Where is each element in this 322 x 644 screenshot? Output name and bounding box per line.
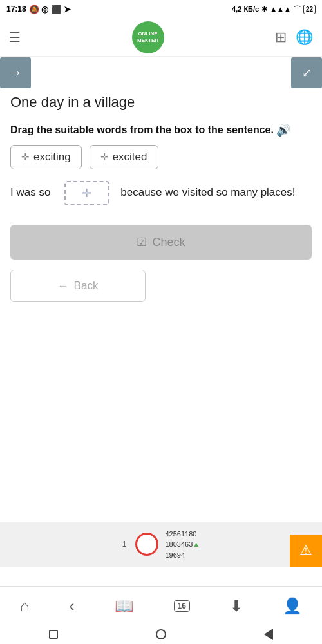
instruction-text: Drag the suitable words from the box to … (10, 122, 312, 138)
battery-level: 22 (303, 5, 316, 14)
check-label: Check (152, 236, 185, 249)
sentence-area: I was so ✛ because we visited so many pl… (10, 181, 312, 205)
nav-user[interactable]: 👤 (283, 597, 302, 615)
status-bar: 17:18 🔕 ◎ ⬛ ➤ 4,2 КБ/с ✱ ▲▲▲ ⌒ 22 (0, 0, 322, 18)
status-time: 17:18 🔕 ◎ ⬛ ➤ (6, 5, 71, 14)
back-label: Back (74, 279, 99, 292)
word-label-exciting: exciting (33, 151, 71, 164)
nav-book[interactable]: 📖 (115, 597, 134, 615)
word-label-excited: excited (113, 151, 147, 164)
page-badge: 16 (174, 600, 190, 612)
next-arrow-button[interactable]: → (0, 57, 31, 88)
warning-fab[interactable]: ⚠ (290, 535, 322, 567)
network-speed: 4,2 КБ/с (232, 5, 259, 13)
drag-icon-exciting: ✛ (21, 151, 30, 163)
check-icon: ☑ (137, 235, 147, 249)
info-index: 1 (122, 540, 127, 549)
android-nav (0, 625, 322, 644)
main-content: One day in a village Drag the suitable w… (0, 89, 322, 302)
time-label: 17:18 (6, 5, 26, 14)
back-arrow-icon: ← (58, 279, 69, 292)
signal-icon: ▲▲▲ (270, 5, 291, 13)
arrow-bar: → ⤢ (0, 57, 322, 89)
status-right: 4,2 КБ/с ✱ ▲▲▲ ⌒ 22 (232, 5, 316, 14)
nav-bar: ☰ ONLINE МЕКТЕП ⊞ 🌐 (0, 18, 322, 57)
drop-zone-icon: ✛ (82, 182, 91, 205)
android-back-button[interactable] (264, 629, 273, 640)
sentence-before: I was so (10, 187, 50, 199)
word-chip-exciting[interactable]: ✛ exciting (10, 145, 82, 169)
bluetooth-icon: ✱ (261, 5, 267, 14)
word-chip-excited[interactable]: ✛ excited (90, 145, 158, 169)
expand-button[interactable]: ⤢ (291, 57, 322, 88)
android-home-button[interactable] (156, 629, 166, 639)
nav-download[interactable]: ⬇ (230, 597, 243, 615)
logo-line1: ONLINE (138, 31, 157, 37)
back-button[interactable]: ← Back (10, 270, 146, 302)
android-square-button[interactable] (49, 630, 58, 639)
lesson-title: One day in a village (10, 94, 312, 111)
nav-back[interactable]: ‹ (70, 597, 75, 615)
word-box-row: ✛ exciting ✛ excited (10, 145, 312, 169)
nav-page[interactable]: 16 (174, 600, 190, 612)
nav-home[interactable]: ⌂ (20, 597, 30, 615)
info-numbers: 42561180 1803463▲ 19694 (165, 529, 200, 561)
drop-zone[interactable]: ✛ (64, 181, 109, 205)
wifi-icon: ⌒ (294, 5, 301, 14)
circle-indicator (135, 533, 158, 556)
check-button[interactable]: ☑ Check (10, 225, 312, 260)
globe-icon[interactable]: 🌐 (296, 29, 313, 46)
sentence-after: because we visited so many places! (120, 187, 295, 199)
instruction-label: Drag the suitable words from the box to … (10, 124, 274, 135)
green-up-icon: ▲ (193, 540, 200, 548)
signal-icons: 🔕 ◎ ⬛ ➤ (29, 5, 71, 14)
bottom-nav: ⌂ ‹ 📖 16 ⬇ 👤 (0, 586, 322, 625)
nav-icons: ⊞ 🌐 (275, 29, 313, 46)
audio-icon[interactable]: 🔊 (276, 122, 290, 138)
grid-icon[interactable]: ⊞ (275, 29, 287, 46)
hamburger-icon[interactable]: ☰ (9, 30, 21, 45)
drag-icon-excited: ✛ (100, 151, 109, 163)
app-logo[interactable]: ONLINE МЕКТЕП (132, 21, 164, 53)
logo-line2: МЕКТЕП (137, 37, 158, 44)
info-bar: 1 42561180 1803463▲ 19694 (0, 522, 322, 567)
